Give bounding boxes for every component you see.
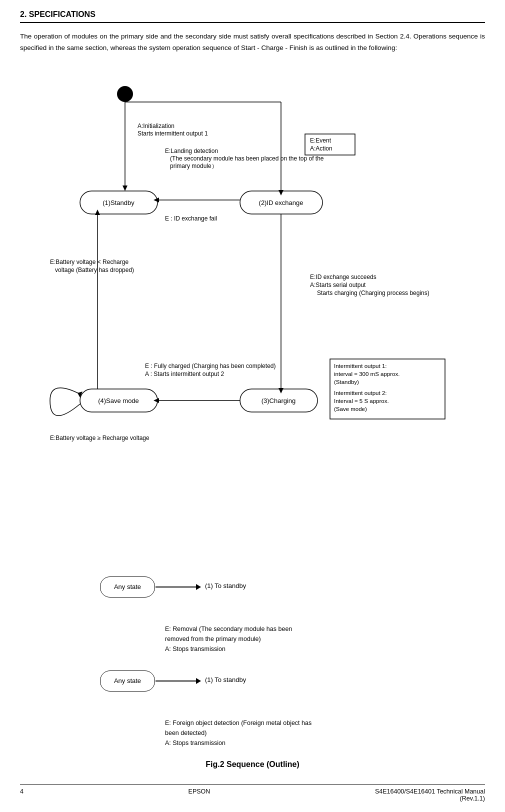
svg-text:interval  =  300  mS  approx.: interval = 300 mS approx.	[334, 371, 400, 377]
svg-text:voltage (Battery has dropped): voltage (Battery has dropped)	[55, 266, 134, 274]
svg-text:Intermittent output 2:: Intermittent output 2:	[334, 390, 386, 396]
intro-text: The operation of modules on the primary …	[20, 31, 485, 54]
event-annotation-1: E: Removal (The secondary module has bee…	[165, 624, 485, 654]
fig-caption: Fig.2 Sequence (Outline)	[20, 760, 485, 769]
start-circle	[117, 86, 133, 102]
section-title: 2. SPECIFICATIONS	[20, 10, 485, 23]
any-state-section: Any state (1) To standby E: Removal (The…	[20, 569, 485, 748]
diagram-container: (1)Standby (2)ID exchange (4)Save mode (…	[20, 69, 485, 559]
svg-text:A : Starts intermittent output: A : Starts intermittent output 2	[145, 370, 224, 378]
svg-text:(3)Charging: (3)Charging	[262, 397, 296, 404]
svg-text:primary module）: primary module）	[170, 162, 218, 170]
svg-text:Interval = 5 S approx.: Interval = 5 S approx.	[334, 398, 389, 404]
svg-text:Intermittent output 1:: Intermittent output 1:	[334, 363, 386, 369]
svg-text:(Standby): (Standby)	[334, 379, 359, 385]
footer-right: S4E16400/S4E16401 Technical Manual (Rev.…	[375, 788, 485, 802]
svg-text:A:Initialization: A:Initialization	[138, 122, 174, 130]
svg-text:E : ID exchange fail: E : ID exchange fail	[165, 215, 217, 222]
to-standby-label-2: (1) To standby	[205, 676, 246, 684]
svg-text:(4)Save mode: (4)Save mode	[98, 397, 139, 404]
footer-left: 4	[20, 788, 24, 802]
svg-text:E:Battery    voltage   <   Rec: E:Battery voltage < Recharge	[50, 258, 128, 266]
any-state-row-2: Any state (1) To standby	[20, 663, 485, 713]
to-standby-label-1: (1) To standby	[205, 582, 246, 590]
svg-text:E:Landing detection: E:Landing detection	[165, 148, 218, 154]
svg-text:(Save mode): (Save mode)	[334, 406, 367, 412]
svg-text:E : Fully charged (Charging ha: E : Fully charged (Charging has been com…	[145, 362, 276, 370]
page: 2. SPECIFICATIONS The operation of modul…	[0, 0, 505, 812]
svg-text:Starts intermittent output 1: Starts intermittent output 1	[138, 130, 208, 137]
svg-text:E:Battery voltage ≥ Recharge v: E:Battery voltage ≥ Recharge voltage	[50, 434, 150, 442]
svg-text:E:Event: E:Event	[310, 137, 332, 144]
any-state-box-2: Any state	[100, 670, 155, 692]
svg-text:(1)Standby: (1)Standby	[102, 199, 134, 206]
svg-marker-1	[122, 186, 128, 191]
svg-text:(2)ID exchange: (2)ID exchange	[259, 199, 304, 206]
svg-text:Starts charging (Charging proc: Starts charging (Charging process begins…	[317, 290, 430, 296]
svg-text:(The secondary module has been: (The secondary module has been placed on…	[170, 155, 324, 162]
diagram-svg: (1)Standby (2)ID exchange (4)Save mode (…	[20, 69, 485, 559]
svg-text:A:Starts serial output: A:Starts serial output	[310, 282, 366, 288]
footer: 4 EPSON S4E16400/S4E16401 Technical Manu…	[20, 784, 485, 802]
footer-center: EPSON	[188, 788, 210, 802]
svg-text:E:ID exchange succeeds: E:ID exchange succeeds	[310, 274, 376, 280]
svg-text:A:Action: A:Action	[310, 145, 332, 152]
any-state-box-1: Any state	[100, 576, 155, 598]
any-state-row-1: Any state (1) To standby	[20, 569, 485, 619]
event-annotation-2: E: Foreign object detection (Foreign met…	[165, 718, 485, 748]
